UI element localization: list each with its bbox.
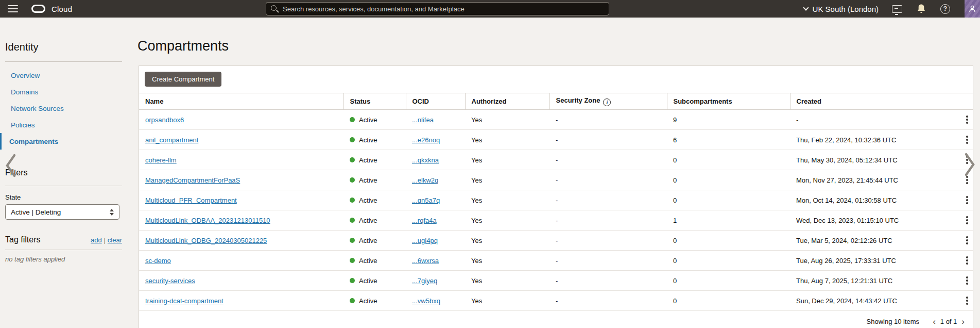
status-active-icon xyxy=(350,298,355,303)
row-actions-menu-icon[interactable] xyxy=(964,136,971,144)
page-title: Compartments xyxy=(137,38,980,54)
sidebar-item-network-sources[interactable]: Network Sources xyxy=(0,100,134,117)
sidebar-item-policies[interactable]: Policies xyxy=(0,117,134,133)
user-menu-button[interactable] xyxy=(965,0,980,18)
row-actions-menu-icon[interactable] xyxy=(964,216,971,224)
table-row: cohere-llm Active ...qkxkna Yes - 0 Thu,… xyxy=(139,150,973,170)
compartment-name-link[interactable]: training-dcat-compartment xyxy=(145,297,223,305)
help-icon: ? xyxy=(940,4,950,14)
items-summary: Showing 10 items xyxy=(867,318,920,325)
subcompartments-value: 0 xyxy=(667,190,790,210)
ocid-link[interactable]: ...rqfa4a xyxy=(412,217,437,224)
notifications-button[interactable] xyxy=(917,4,926,14)
created-value: Thu, Feb 22, 2024, 10:32:36 UTC xyxy=(790,130,957,150)
terminal-icon xyxy=(892,5,902,13)
subcompartments-value: 6 xyxy=(667,130,790,150)
search-icon xyxy=(271,5,277,11)
state-label: State xyxy=(5,193,134,201)
status-label: Active xyxy=(359,136,377,144)
cloud-shell-button[interactable] xyxy=(892,5,902,13)
row-actions-menu-icon[interactable] xyxy=(964,256,971,265)
status-label: Active xyxy=(359,116,377,124)
tag-filter-add-link[interactable]: add xyxy=(91,236,102,244)
ocid-link[interactable]: ...e26noq xyxy=(412,136,440,144)
sidebar-title: Identity xyxy=(5,41,134,53)
compartment-name-link[interactable]: sc-demo xyxy=(145,257,171,265)
collapse-panel-left-icon[interactable] xyxy=(4,153,16,181)
row-actions-menu-icon[interactable] xyxy=(964,297,971,305)
authorized-value: Yes xyxy=(465,251,549,271)
tag-filter-clear-link[interactable]: clear xyxy=(108,236,122,244)
compartment-name-link[interactable]: orpsandbox6 xyxy=(145,116,184,124)
row-actions-menu-icon[interactable] xyxy=(964,236,971,244)
row-actions-menu-icon[interactable] xyxy=(964,276,971,285)
authorized-value: Yes xyxy=(465,130,549,150)
status-active-icon xyxy=(350,218,355,223)
region-label: UK South (London) xyxy=(813,5,879,13)
ocid-link[interactable]: ...vw5bxq xyxy=(412,297,440,305)
ocid-link[interactable]: ...ugi4pq xyxy=(412,237,438,244)
search-input[interactable] xyxy=(266,2,609,15)
ocid-link[interactable]: ...7giyeq xyxy=(412,277,437,285)
compartment-name-link[interactable]: Multicloud_PFR_Compartment xyxy=(145,196,237,204)
menu-icon[interactable] xyxy=(8,5,18,12)
ocid-link[interactable]: ...nlifea xyxy=(412,116,434,124)
help-button[interactable]: ? xyxy=(940,4,950,14)
sidebar-item-label: Compartments xyxy=(9,138,58,145)
table-row: security-services Active ...7giyeq Yes -… xyxy=(139,271,973,291)
security-zone-value: - xyxy=(549,210,667,231)
subcompartments-value: 0 xyxy=(667,231,790,251)
created-value: Wed, Dec 13, 2023, 01:15:10 UTC xyxy=(790,210,957,231)
table-row: MulticloudLink_ODBAA_20231213011510 Acti… xyxy=(139,210,973,231)
authorized-value: Yes xyxy=(465,170,549,190)
ocid-link[interactable]: ...elkw2q xyxy=(412,176,438,184)
table-row: sc-demo Active ...6wxrsa Yes - 0 Tue, Au… xyxy=(139,251,973,271)
compartment-name-link[interactable]: security-services xyxy=(145,277,195,285)
created-value: Tue, Mar 5, 2024, 02:12:26 UTC xyxy=(790,231,957,251)
compartment-name-link[interactable]: cohere-llm xyxy=(145,156,177,164)
created-value: Sun, Dec 29, 2024, 14:43:42 UTC xyxy=(790,291,957,311)
row-actions-menu-icon[interactable] xyxy=(964,196,971,204)
subcompartments-value: 0 xyxy=(667,150,790,170)
security-zone-value: - xyxy=(549,150,667,170)
oracle-logo-icon[interactable] xyxy=(31,5,45,13)
status-label: Active xyxy=(359,196,377,204)
security-zone-value: - xyxy=(549,110,667,130)
expand-panel-right-icon[interactable] xyxy=(964,152,976,179)
authorized-value: Yes xyxy=(465,271,549,291)
created-value: - xyxy=(790,110,957,130)
create-compartment-button[interactable]: Create Compartment xyxy=(145,72,221,87)
sidebar-item-label: Network Sources xyxy=(11,105,64,112)
column-header-subcompartments: Subcompartments xyxy=(667,93,790,110)
column-header-security-zone: Security Zonei xyxy=(549,93,667,110)
column-header-ocid: OCID xyxy=(406,93,465,110)
authorized-value: Yes xyxy=(465,110,549,130)
row-actions-menu-icon[interactable] xyxy=(964,116,971,124)
authorized-value: Yes xyxy=(465,291,549,311)
table-row: ManagedCompartmentForPaaS Active ...elkw… xyxy=(139,170,973,190)
security-zone-value: - xyxy=(549,130,667,150)
previous-page-icon[interactable]: ‹ xyxy=(933,317,936,326)
sidebar-item-compartments[interactable]: Compartments xyxy=(0,133,134,150)
status-active-icon xyxy=(350,258,355,263)
topbar: Cloud UK South (London) ? xyxy=(0,0,980,18)
info-icon[interactable]: i xyxy=(603,99,611,106)
table-header-row: NameStatusOCIDAuthorizedSecurity ZoneiSu… xyxy=(139,93,973,110)
subcompartments-value: 0 xyxy=(667,291,790,311)
sidebar-item-overview[interactable]: Overview xyxy=(0,67,134,84)
chevron-down-icon xyxy=(803,5,809,10)
compartment-name-link[interactable]: MulticloudLink_ODBG_20240305021225 xyxy=(145,237,267,244)
compartment-name-link[interactable]: MulticloudLink_ODBAA_20231213011510 xyxy=(145,217,270,224)
ocid-link[interactable]: ...qn5a7q xyxy=(412,196,440,204)
compartment-name-link[interactable]: anil_compartment xyxy=(145,136,198,144)
ocid-link[interactable]: ...qkxkna xyxy=(412,156,439,164)
authorized-value: Yes xyxy=(465,150,549,170)
compartment-name-link[interactable]: ManagedCompartmentForPaaS xyxy=(145,176,240,184)
sidebar-item-domains[interactable]: Domains xyxy=(0,84,134,100)
pagination: ‹ 1 of 1 › xyxy=(933,317,965,326)
select-spinner-icon xyxy=(110,209,114,216)
state-select[interactable]: Active | Deleting xyxy=(5,204,119,220)
region-selector[interactable]: UK South (London) xyxy=(804,5,879,13)
ocid-link[interactable]: ...6wxrsa xyxy=(412,257,439,265)
next-page-icon[interactable]: › xyxy=(961,317,965,326)
